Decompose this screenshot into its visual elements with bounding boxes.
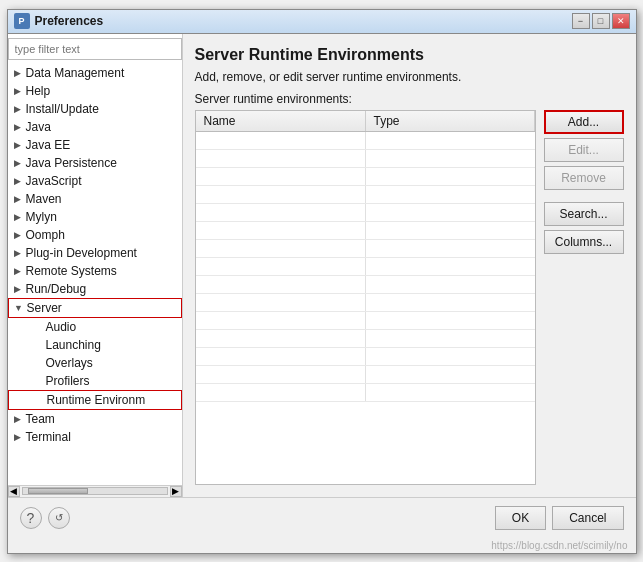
table-cell-type	[366, 204, 535, 221]
sidebar-item-oomph[interactable]: ▶ Oomph	[8, 226, 182, 244]
sidebar-item-label: Remote Systems	[26, 264, 117, 278]
table-header: Name Type	[196, 111, 535, 132]
sidebar-item-team[interactable]: ▶ Team	[8, 410, 182, 428]
table-row	[196, 258, 535, 276]
sidebar-item-terminal[interactable]: ▶ Terminal	[8, 428, 182, 446]
table-row	[196, 348, 535, 366]
preferences-window: P Preferences − □ ✕ ▶ Data Management ▶ …	[7, 9, 637, 554]
table-cell-name	[196, 258, 366, 275]
sidebar-item-label: Java EE	[26, 138, 71, 152]
arrow-icon: ▶	[12, 103, 24, 115]
arrow-icon: ▶	[12, 193, 24, 205]
sidebar-item-audio[interactable]: Audio	[8, 318, 182, 336]
remove-button[interactable]: Remove	[544, 166, 624, 190]
ok-button[interactable]: OK	[495, 506, 546, 530]
table-row	[196, 294, 535, 312]
add-button[interactable]: Add...	[544, 110, 624, 134]
sidebar-item-java[interactable]: ▶ Java	[8, 118, 182, 136]
footer: ? ↺ OK Cancel	[8, 497, 636, 538]
table-cell-name	[196, 384, 366, 401]
table-cell-type	[366, 276, 535, 293]
sidebar-item-java-ee[interactable]: ▶ Java EE	[8, 136, 182, 154]
sidebar-item-plugin-development[interactable]: ▶ Plug-in Development	[8, 244, 182, 262]
sidebar-item-server[interactable]: ▼ Server	[8, 298, 182, 318]
tree-area: ▶ Data Management ▶ Help ▶ Install/Updat…	[8, 64, 182, 485]
columns-button[interactable]: Columns...	[544, 230, 624, 254]
sidebar-item-install-update[interactable]: ▶ Install/Update	[8, 100, 182, 118]
table-row	[196, 150, 535, 168]
window-title: Preferences	[35, 14, 572, 28]
table-row	[196, 240, 535, 258]
table-cell-name	[196, 240, 366, 257]
arrow-icon: ▶	[12, 121, 24, 133]
table-cell-name	[196, 312, 366, 329]
maximize-button[interactable]: □	[592, 13, 610, 29]
table-cell-type	[366, 366, 535, 383]
sidebar-item-runtime-environments[interactable]: Runtime Environm	[8, 390, 182, 410]
sidebar-item-remote-systems[interactable]: ▶ Remote Systems	[8, 262, 182, 280]
sidebar-item-label: Mylyn	[26, 210, 57, 224]
sidebar-item-label: Install/Update	[26, 102, 99, 116]
arrow-icon	[32, 339, 44, 351]
cancel-button[interactable]: Cancel	[552, 506, 623, 530]
table-cell-type	[366, 384, 535, 401]
table-cell-name	[196, 132, 366, 149]
sidebar-item-label: Team	[26, 412, 55, 426]
table-cell-name	[196, 186, 366, 203]
sidebar-item-help[interactable]: ▶ Help	[8, 82, 182, 100]
minimize-button[interactable]: −	[572, 13, 590, 29]
watermark-text: https://blog.csdn.net/scimily/no	[8, 538, 636, 553]
arrow-icon	[33, 394, 45, 406]
sidebar-item-overlays[interactable]: Overlays	[8, 354, 182, 372]
table-cell-type	[366, 258, 535, 275]
sidebar-item-label: JavaScript	[26, 174, 82, 188]
sidebar-item-javascript[interactable]: ▶ JavaScript	[8, 172, 182, 190]
sidebar-item-label: Plug-in Development	[26, 246, 137, 260]
arrow-icon: ▶	[12, 265, 24, 277]
sidebar-item-data-management[interactable]: ▶ Data Management	[8, 64, 182, 82]
scroll-thumb[interactable]	[28, 488, 88, 494]
sidebar-item-java-persistence[interactable]: ▶ Java Persistence	[8, 154, 182, 172]
sidebar-item-label: Help	[26, 84, 51, 98]
close-button[interactable]: ✕	[612, 13, 630, 29]
table-body	[196, 132, 535, 484]
sidebar-item-label: Audio	[46, 320, 77, 334]
arrow-icon: ▶	[12, 85, 24, 97]
scroll-track[interactable]	[22, 487, 168, 495]
sidebar-item-label: Runtime Environm	[47, 393, 146, 407]
sidebar-item-label: Oomph	[26, 228, 65, 242]
horizontal-scrollbar[interactable]: ◀ ▶	[8, 485, 182, 497]
help-button[interactable]: ?	[20, 507, 42, 529]
table-row	[196, 384, 535, 402]
main-content: ▶ Data Management ▶ Help ▶ Install/Updat…	[8, 34, 636, 497]
sidebar-item-launching[interactable]: Launching	[8, 336, 182, 354]
arrow-icon: ▶	[12, 413, 24, 425]
table-cell-name	[196, 348, 366, 365]
restore-defaults-button[interactable]: ↺	[48, 507, 70, 529]
right-panel: Server Runtime Environments Add, remove,…	[183, 34, 636, 497]
sidebar-item-label: Java Persistence	[26, 156, 117, 170]
table-cell-name	[196, 276, 366, 293]
search-button[interactable]: Search...	[544, 202, 624, 226]
table-row	[196, 204, 535, 222]
scroll-left-button[interactable]: ◀	[8, 486, 20, 497]
arrow-icon: ▶	[12, 247, 24, 259]
table-cell-type	[366, 348, 535, 365]
filter-input[interactable]	[8, 38, 182, 60]
column-type-header: Type	[366, 111, 535, 131]
sidebar-item-label: Run/Debug	[26, 282, 87, 296]
sidebar-item-profilers[interactable]: Profilers	[8, 372, 182, 390]
scroll-right-button[interactable]: ▶	[170, 486, 182, 497]
table-area: Name Type	[195, 110, 624, 485]
edit-button[interactable]: Edit...	[544, 138, 624, 162]
table-row	[196, 222, 535, 240]
sidebar-item-maven[interactable]: ▶ Maven	[8, 190, 182, 208]
table-label: Server runtime environments:	[195, 92, 624, 106]
footer-left-buttons: ? ↺	[20, 507, 70, 529]
panel-title: Server Runtime Environments	[195, 46, 624, 64]
column-name-header: Name	[196, 111, 366, 131]
sidebar-item-run-debug[interactable]: ▶ Run/Debug	[8, 280, 182, 298]
sidebar-item-mylyn[interactable]: ▶ Mylyn	[8, 208, 182, 226]
arrow-icon: ▶	[12, 157, 24, 169]
sidebar-item-label: Java	[26, 120, 51, 134]
